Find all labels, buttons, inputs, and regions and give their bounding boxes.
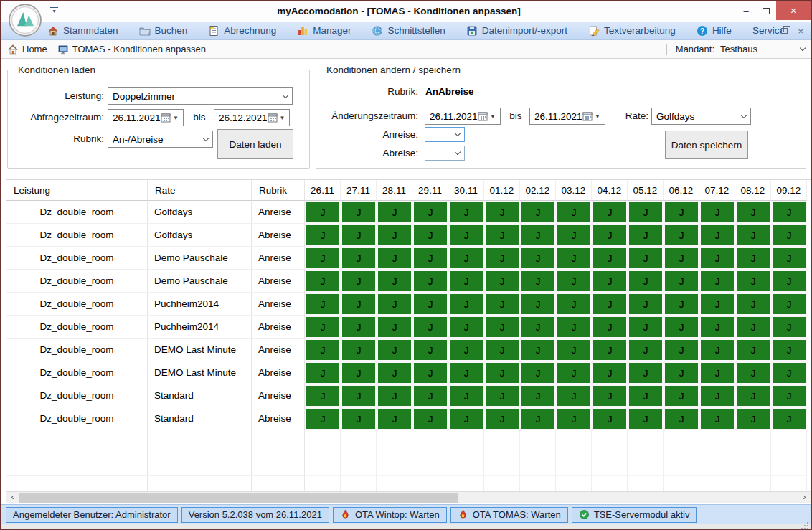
breadcrumb-home[interactable]: Home — [7, 44, 47, 55]
condition-cell-01-12[interactable]: J — [484, 270, 520, 293]
menu-item-textverarbeitung[interactable]: Textverarbeitung — [588, 25, 676, 37]
condition-cell-01-12[interactable]: J — [484, 339, 520, 361]
column-header-date-03-12[interactable]: 03.12 — [556, 180, 592, 201]
rubrik-combobox[interactable]: An-/Abreise — [108, 131, 213, 148]
condition-cell-05-12[interactable]: J — [628, 339, 664, 361]
condition-cell-03-12[interactable]: J — [556, 339, 592, 361]
condition-cell-02-12[interactable]: J — [520, 270, 556, 293]
condition-cell-03-12[interactable]: J — [556, 293, 592, 316]
abreise-combobox[interactable] — [425, 146, 465, 161]
condition-cell-27-11[interactable]: J — [341, 201, 377, 224]
column-header-rubrik[interactable]: Rubrik — [252, 180, 305, 201]
condition-cell-27-11[interactable]: J — [341, 339, 377, 361]
condition-cell-26-11[interactable]: J — [305, 407, 341, 430]
condition-cell-30-11[interactable]: J — [448, 361, 484, 384]
condition-cell-01-12[interactable]: J — [484, 247, 520, 270]
condition-cell-26-11[interactable]: J — [305, 316, 341, 339]
column-header-date-06-12[interactable]: 06.12 — [664, 180, 699, 201]
condition-cell-27-11[interactable]: J — [341, 361, 377, 384]
condition-cell-04-12[interactable]: J — [592, 270, 628, 293]
condition-cell-30-11[interactable]: J — [448, 224, 484, 247]
condition-cell-09-12[interactable]: J — [771, 339, 807, 361]
condition-cell-30-11[interactable]: J — [448, 247, 484, 270]
condition-cell-04-12[interactable]: J — [592, 384, 628, 407]
condition-cell-02-12[interactable]: J — [520, 361, 556, 384]
condition-cell-28-11[interactable]: J — [377, 293, 412, 316]
condition-cell-07-12[interactable]: J — [699, 247, 735, 270]
condition-cell-05-12[interactable]: J — [628, 270, 664, 293]
condition-cell-01-12[interactable]: J — [484, 384, 520, 407]
condition-cell-07-12[interactable]: J — [699, 384, 735, 407]
column-header-date-07-12[interactable]: 07.12 — [699, 180, 735, 201]
condition-cell-08-12[interactable]: J — [735, 247, 771, 270]
condition-cell-30-11[interactable]: J — [448, 270, 484, 293]
condition-cell-28-11[interactable]: J — [377, 270, 412, 293]
condition-cell-08-12[interactable]: J — [735, 224, 771, 247]
condition-cell-01-12[interactable]: J — [484, 293, 520, 316]
condition-cell-30-11[interactable]: J — [448, 384, 484, 407]
condition-cell-03-12[interactable]: J — [556, 224, 592, 247]
mdi-minimize-button[interactable]: – — [766, 26, 771, 37]
condition-cell-02-12[interactable]: J — [520, 247, 556, 270]
condition-cell-04-12[interactable]: J — [592, 201, 628, 224]
leistung-combobox[interactable]: Doppelzimmer — [108, 87, 293, 105]
horizontal-scrollbar[interactable]: ‹ › — [6, 491, 811, 503]
condition-cell-03-12[interactable]: J — [556, 361, 592, 384]
app-logo-icon[interactable] — [9, 4, 42, 37]
condition-cell-26-11[interactable]: J — [305, 339, 341, 361]
menu-item-buchen[interactable]: Buchen — [139, 25, 188, 37]
condition-cell-05-12[interactable]: J — [628, 247, 664, 270]
column-header-leistung[interactable]: Leistung — [6, 180, 148, 201]
condition-cell-09-12[interactable]: J — [771, 293, 807, 316]
condition-cell-08-12[interactable]: J — [735, 339, 771, 361]
daten-speichern-button[interactable]: Daten speichern — [665, 131, 748, 159]
condition-cell-08-12[interactable]: J — [735, 361, 771, 384]
condition-cell-04-12[interactable]: J — [592, 224, 628, 247]
condition-cell-02-12[interactable]: J — [520, 339, 556, 361]
column-header-date-08-12[interactable]: 08.12 — [735, 180, 771, 201]
condition-cell-27-11[interactable]: J — [341, 247, 377, 270]
menu-item-abrechnung[interactable]: Abrechnung — [208, 25, 276, 37]
condition-cell-03-12[interactable]: J — [556, 201, 592, 224]
anreise-combobox[interactable] — [425, 127, 465, 142]
menu-item-stammdaten[interactable]: Stammdaten — [47, 25, 118, 37]
condition-cell-02-12[interactable]: J — [520, 293, 556, 316]
condition-cell-29-11[interactable]: J — [412, 361, 448, 384]
condition-cell-01-12[interactable]: J — [484, 407, 520, 430]
condition-cell-06-12[interactable]: J — [664, 293, 699, 316]
condition-cell-09-12[interactable]: J — [771, 224, 807, 247]
condition-cell-29-11[interactable]: J — [412, 339, 448, 361]
daten-laden-button[interactable]: Daten laden — [217, 129, 293, 159]
resize-grip-icon[interactable] — [801, 519, 808, 526]
condition-cell-28-11[interactable]: J — [377, 384, 412, 407]
condition-cell-27-11[interactable]: J — [341, 316, 377, 339]
condition-cell-06-12[interactable]: J — [664, 316, 699, 339]
condition-cell-26-11[interactable]: J — [305, 201, 341, 224]
condition-cell-05-12[interactable]: J — [628, 224, 664, 247]
condition-cell-03-12[interactable]: J — [556, 316, 592, 339]
condition-cell-07-12[interactable]: J — [699, 339, 735, 361]
condition-cell-28-11[interactable]: J — [377, 407, 412, 430]
condition-cell-28-11[interactable]: J — [377, 224, 412, 247]
condition-cell-29-11[interactable]: J — [412, 247, 448, 270]
condition-cell-30-11[interactable]: J — [448, 316, 484, 339]
condition-cell-09-12[interactable]: J — [771, 407, 807, 430]
condition-cell-29-11[interactable]: J — [412, 293, 448, 316]
condition-cell-28-11[interactable]: J — [377, 339, 412, 361]
condition-cell-04-12[interactable]: J — [592, 293, 628, 316]
condition-cell-30-11[interactable]: J — [448, 339, 484, 361]
condition-cell-06-12[interactable]: J — [664, 384, 699, 407]
condition-cell-08-12[interactable]: J — [735, 270, 771, 293]
column-header-date-30-11[interactable]: 30.11 — [448, 180, 484, 201]
condition-cell-26-11[interactable]: J — [305, 247, 341, 270]
scrollbar-thumb[interactable] — [19, 493, 458, 503]
aenderung-from-datepicker[interactable]: 26.11.2021 ▼ — [425, 108, 501, 125]
condition-cell-07-12[interactable]: J — [699, 201, 735, 224]
condition-cell-26-11[interactable]: J — [305, 224, 341, 247]
condition-cell-05-12[interactable]: J — [628, 316, 664, 339]
column-header-date-02-12[interactable]: 02.12 — [520, 180, 556, 201]
condition-cell-28-11[interactable]: J — [377, 361, 412, 384]
scroll-left-icon[interactable]: ‹ — [6, 492, 19, 503]
condition-cell-04-12[interactable]: J — [592, 407, 628, 430]
condition-cell-04-12[interactable]: J — [592, 339, 628, 361]
